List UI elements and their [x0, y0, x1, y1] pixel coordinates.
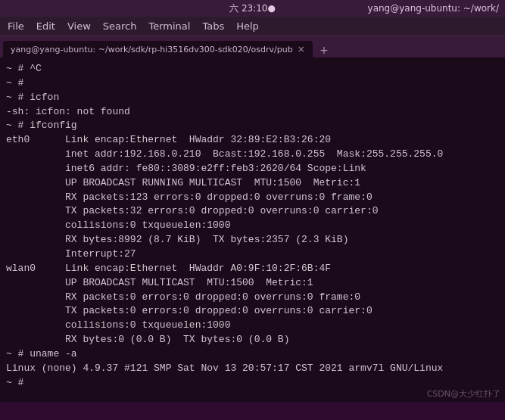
terminal-line: UP BROADCAST MULTICAST MTU:1500 Metric:1 [6, 276, 499, 291]
tab-bar: yang@yang-ubuntu: ~/work/sdk/rp-hi3516dv… [0, 36, 505, 58]
system-bar: 六 23:10● yang@yang-ubuntu: ~/work/ [0, 0, 505, 17]
terminal-content: ~ # ^C~ #~ # icfon-sh: icfon: not found~… [0, 58, 505, 402]
menu-tabs[interactable]: Tabs [198, 19, 229, 33]
terminal-line: UP BROADCAST RUNNING MULTICAST MTU:1500 … [6, 176, 499, 191]
terminal-line: wlan0 Link encap:Ethernet HWaddr A0:9F:1… [6, 262, 499, 276]
menu-search[interactable]: Search [98, 19, 142, 33]
terminal-line: Linux (none) 4.9.37 #121 SMP Sat Nov 13 … [6, 362, 499, 376]
terminal-line: TX packets:32 errors:0 dropped:0 overrun… [6, 204, 499, 219]
terminal-line: eth0 Link encap:Ethernet HWaddr 32:89:E2… [6, 133, 499, 148]
terminal-line: collisions:0 txqueuelen:1000 [6, 219, 499, 233]
terminal-line: ~ # [6, 76, 499, 91]
terminal-line: collisions:0 txqueuelen:1000 [6, 319, 499, 333]
terminal-line: RX bytes:8992 (8.7 KiB) TX bytes:2357 (2… [6, 233, 499, 247]
terminal-line: ~ # [6, 376, 499, 390]
user-host-path: yang@yang-ubuntu: ~/work/ [368, 3, 499, 14]
terminal-line: ~ # ^C [6, 62, 499, 76]
terminal-line: ~ # uname -a [6, 347, 499, 362]
terminal-line: RX bytes:0 (0.0 B) TX bytes:0 (0.0 B) [6, 333, 499, 347]
menu-bar: File Edit View Search Terminal Tabs Help [0, 17, 505, 36]
terminal-line: TX packets:0 errors:0 dropped:0 overruns… [6, 304, 499, 319]
terminal-tab[interactable]: yang@yang-ubuntu: ~/work/sdk/rp-hi3516dv… [3, 41, 313, 58]
watermark: CSDN@大少红扑了 [427, 388, 500, 400]
terminal-line: -sh: icfon: not found [6, 105, 499, 120]
new-tab-button[interactable]: + [316, 44, 333, 58]
terminal-line: inet6 addr: fe80::3089:e2ff:feb3:2620/64… [6, 162, 499, 176]
terminal-line: RX packets:123 errors:0 dropped:0 overru… [6, 191, 499, 205]
tab-label: yang@yang-ubuntu: ~/work/sdk/rp-hi3516dv… [11, 45, 293, 54]
terminal-line: inet addr:192.168.0.210 Bcast:192.168.0.… [6, 148, 499, 162]
terminal-lines: ~ # ^C~ #~ # icfon-sh: icfon: not found~… [6, 62, 499, 390]
menu-view[interactable]: View [63, 19, 95, 33]
terminal-line: ~ # icfon [6, 91, 499, 105]
menu-file[interactable]: File [3, 19, 29, 33]
terminal-line: ~ # ifconfig [6, 119, 499, 133]
terminal-line: Interrupt:27 [6, 247, 499, 262]
terminal-line: RX packets:0 errors:0 dropped:0 overruns… [6, 291, 499, 305]
menu-edit[interactable]: Edit [32, 19, 60, 33]
menu-terminal[interactable]: Terminal [144, 19, 195, 33]
tab-close-button[interactable]: × [298, 44, 305, 54]
menu-help[interactable]: Help [232, 19, 263, 33]
system-time: 六 23:10● [229, 2, 276, 15]
